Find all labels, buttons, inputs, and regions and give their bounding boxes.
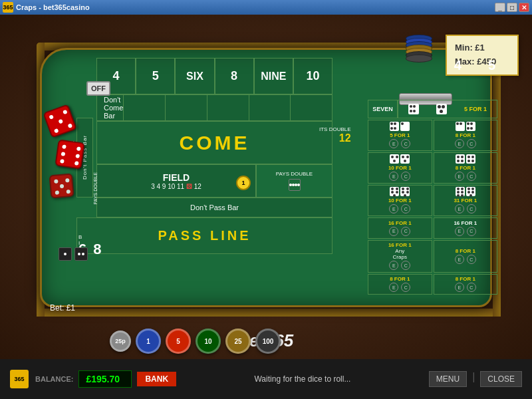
dont-come-row: Don'tComeBar	[96, 94, 332, 121]
die-3	[49, 174, 74, 199]
prop-cell-any-craps[interactable]: 16 FOR 1 Any Craps E C	[368, 240, 432, 273]
field-label: FIELD	[163, 172, 190, 183]
prop-cell-10[interactable]: 8 FOR 1 E C	[434, 240, 498, 273]
field-area[interactable]: FIELD 3 4 9 10 11 ⚄ 12	[96, 164, 256, 198]
pays-double-marker: PAYS DOUBLE	[93, 172, 98, 204]
prop-cell-12[interactable]: 8 FOR 1 E C	[434, 274, 498, 295]
e-circle-4: E	[455, 172, 464, 181]
c-circle-10: C	[467, 255, 476, 264]
menu-button[interactable]: MENU	[429, 371, 467, 387]
prop-grid: 5 FOR 1 E C	[368, 120, 497, 295]
titlebar-left: 365 Craps - bet365casino	[3, 2, 90, 13]
die-2	[55, 139, 84, 169]
game-area: Min: £1 Max: £450 OFF	[0, 15, 532, 399]
window-close-button[interactable]: ✕	[519, 3, 529, 12]
bottom-bar: 365 BALANCE: £195.70 BANK Waiting for th…	[0, 359, 532, 399]
chip-25p[interactable]: 25p	[110, 331, 131, 352]
c-circle-7: C	[401, 227, 410, 236]
c-circle-12: C	[467, 283, 476, 292]
seven-label-cell: SEVEN	[368, 100, 398, 118]
c-circle-1: C	[401, 139, 410, 148]
prop-cell-8[interactable]: 16 FOR 1 E C	[434, 217, 498, 239]
number-8[interactable]: 8	[215, 58, 254, 94]
c-circle-5: C	[401, 204, 410, 213]
e-circle-9: E	[389, 261, 398, 270]
dont-come-label: Don'tComeBar	[97, 96, 123, 120]
bet-label: Bet: £1	[50, 303, 75, 313]
chip-10[interactable]: 10	[196, 329, 221, 354]
pays-double-right: PAYS DOUBLE	[256, 164, 332, 198]
dont-pass-bar-label: Don't Pass Bar	[190, 203, 239, 211]
e-circle-12: E	[455, 283, 464, 292]
titlebar-buttons: _ □ ✕	[495, 3, 529, 12]
e-circle-8: E	[455, 227, 464, 236]
prop-cell-5[interactable]: 10 FOR 1 E C	[368, 185, 432, 216]
dont-pass-bar-main[interactable]: Don't Pass Bar	[96, 198, 332, 217]
c-circle-6: C	[467, 204, 476, 213]
number-5[interactable]: 5	[136, 58, 175, 94]
rail-bottom	[37, 309, 495, 317]
chip-25[interactable]: 25	[225, 329, 251, 354]
bank-button[interactable]: BANK	[137, 372, 176, 386]
e-circle-2: E	[455, 139, 464, 148]
balance-value: £195.70	[78, 370, 132, 388]
e-circle-11: E	[389, 283, 398, 292]
menu-close-area: MENU | CLOSE	[429, 371, 522, 387]
e-circle-5: E	[389, 204, 398, 213]
c-circle-2: C	[467, 139, 476, 148]
top-right-numbers: 4 5	[454, 58, 495, 73]
pass-line-label: PASS LINE	[158, 228, 251, 243]
dont-come-cells	[123, 95, 332, 120]
prop-cell-6[interactable]: 31 FOR 1 E C	[434, 185, 498, 216]
prop-bets-area: SEVEN 5 FOR 1	[368, 100, 497, 295]
c-circle-9: C	[401, 261, 410, 270]
field-numbers: 3 4 9 10 11 ⚄ 12	[151, 183, 201, 190]
titlebar-title: Craps - bet365casino	[16, 3, 90, 11]
c-circle-4: C	[467, 172, 476, 181]
chip-5[interactable]: 5	[166, 329, 191, 354]
field-token: 1	[236, 176, 251, 190]
top-num-5: 5	[488, 58, 495, 73]
number-9[interactable]: NINE	[254, 58, 293, 94]
balance-section: BALANCE: £195.70 BANK	[35, 370, 176, 388]
status-icon: 365	[10, 370, 29, 388]
e-circle-3: E	[389, 172, 398, 181]
prop-cell-11[interactable]: 8 FOR 1 E C	[368, 274, 432, 295]
top-num-4: 4	[454, 58, 462, 73]
seven-dice-area: 5 FOR 1	[398, 100, 497, 118]
balance-label: BALANCE:	[35, 375, 73, 383]
come-area[interactable]: COME	[96, 121, 332, 164]
chip-1[interactable]: 1	[136, 329, 161, 354]
number-row: 4 5 SIX 8 NINE 10	[96, 58, 332, 94]
number-6[interactable]: SIX	[175, 58, 214, 94]
maximize-button[interactable]: □	[507, 3, 517, 12]
off-button[interactable]: OFF	[86, 81, 110, 96]
minimize-button[interactable]: _	[495, 3, 505, 12]
chips-stack	[402, 35, 436, 81]
eight-label: 8	[93, 241, 101, 258]
prop-cell-4[interactable]: 8 FOR 1 E C	[434, 152, 498, 184]
e-circle-1: E	[389, 139, 398, 148]
its-double-area: ITS DOUBLE 12	[319, 126, 351, 144]
prop-cell-1[interactable]: 5 FOR 1 E C	[368, 120, 432, 151]
c-circle-11: C	[401, 283, 410, 292]
seven-row: SEVEN 5 FOR 1	[368, 100, 497, 118]
pass-line-area[interactable]: PASS LINE	[76, 217, 332, 254]
e-circle-6: E	[455, 204, 464, 213]
c-circle-3: C	[401, 172, 410, 181]
status-text: Waiting for the dice to roll...	[183, 374, 422, 384]
prop-cell-2[interactable]: 8 FOR 1 E C	[434, 120, 498, 151]
prop-cell-7[interactable]: 16 FOR 1 E C	[368, 217, 432, 239]
close-button[interactable]: CLOSE	[480, 371, 522, 387]
titlebar: 365 Craps - bet365casino _ □ ✕	[0, 0, 532, 15]
e-circle-7: E	[389, 227, 398, 236]
c-circle-8: C	[467, 227, 476, 236]
chip-100[interactable]: 100	[255, 329, 281, 354]
e-circle-10: E	[455, 255, 464, 264]
min-value: Min: £1	[455, 41, 509, 55]
chip-tray: 25p 1 5 10 25 100	[110, 329, 281, 354]
prop-cell-3[interactable]: 10 FOR 1 E C	[368, 152, 432, 184]
dice-markers-area	[59, 247, 88, 261]
number-10[interactable]: 10	[293, 58, 332, 94]
come-label: COME	[180, 132, 250, 154]
